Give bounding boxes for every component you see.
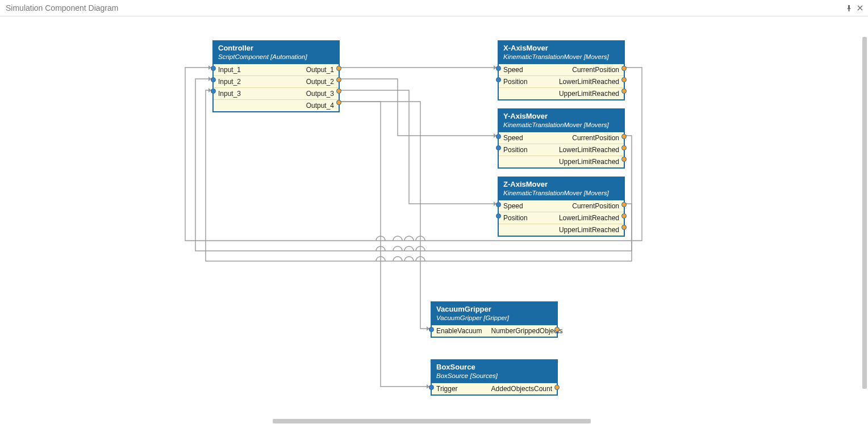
output-port[interactable] bbox=[621, 157, 627, 162]
output-port[interactable] bbox=[621, 225, 627, 230]
panel-header: Simulation Component Diagram bbox=[0, 0, 868, 16]
node-title: Controller bbox=[218, 44, 334, 53]
output-port[interactable] bbox=[621, 89, 627, 94]
input-label bbox=[214, 100, 223, 111]
node-title: Z-AxisMover bbox=[503, 180, 619, 189]
output-label: AddedObjectsCount bbox=[462, 383, 557, 394]
input-port[interactable] bbox=[496, 134, 501, 139]
node-subtitle: ScriptComponent [Automation] bbox=[218, 53, 334, 61]
node-subtitle: VacuumGripper [Gripper] bbox=[436, 314, 552, 322]
node-subtitle: KinematicTranslationMover [Movers] bbox=[503, 189, 619, 197]
node-z_axis[interactable]: Z-AxisMoverKinematicTranslationMover [Mo… bbox=[498, 177, 625, 237]
node-subtitle: BoxSource [Sources] bbox=[436, 372, 552, 380]
input-label: Trigger bbox=[432, 383, 462, 394]
output-port[interactable] bbox=[554, 327, 560, 332]
input-port[interactable] bbox=[211, 89, 216, 94]
output-label: UpperLimitReached bbox=[508, 88, 624, 99]
node-body: EnableVacuumNumberGrippedObjects bbox=[432, 325, 557, 337]
output-port[interactable] bbox=[621, 213, 627, 219]
output-label: UpperLimitReached bbox=[508, 224, 624, 236]
input-label bbox=[499, 224, 508, 236]
diagram-canvas[interactable]: ControllerScriptComponent [Automation]In… bbox=[0, 16, 868, 424]
output-port[interactable] bbox=[336, 100, 341, 105]
input-label bbox=[499, 156, 508, 167]
input-label: Speed bbox=[499, 64, 528, 75]
input-label: Speed bbox=[499, 200, 528, 212]
input-port[interactable] bbox=[496, 202, 501, 207]
output-label: LowerLimitReached bbox=[532, 144, 624, 156]
pin-icon[interactable] bbox=[844, 3, 853, 12]
input-label: Speed bbox=[499, 132, 528, 144]
node-subtitle: KinematicTranslationMover [Movers] bbox=[503, 121, 619, 129]
node-x_axis[interactable]: X-AxisMoverKinematicTranslationMover [Mo… bbox=[498, 40, 625, 100]
output-label: LowerLimitReached bbox=[532, 76, 624, 87]
output-port[interactable] bbox=[621, 145, 627, 150]
input-port[interactable] bbox=[496, 145, 501, 150]
node-body: TriggerAddedObjectsCount bbox=[432, 383, 557, 394]
input-port[interactable] bbox=[429, 385, 434, 390]
node-title: Y-AxisMover bbox=[503, 112, 619, 121]
input-label: Position bbox=[499, 76, 532, 87]
output-label: Output_2 bbox=[245, 76, 339, 87]
output-label: CurrentPosition bbox=[528, 132, 624, 144]
node-header[interactable]: Z-AxisMoverKinematicTranslationMover [Mo… bbox=[499, 178, 624, 200]
horizontal-scrollbar[interactable] bbox=[0, 418, 868, 424]
horizontal-scrollbar-thumb[interactable] bbox=[273, 419, 591, 423]
input-label: Input_1 bbox=[214, 64, 245, 75]
node-body: Input_1Output_1Input_2Output_2Input_3Out… bbox=[214, 64, 339, 111]
node-title: X-AxisMover bbox=[503, 44, 619, 53]
input-port[interactable] bbox=[211, 77, 216, 82]
input-port[interactable] bbox=[429, 327, 434, 332]
close-icon[interactable] bbox=[856, 3, 865, 12]
input-port[interactable] bbox=[496, 77, 501, 82]
node-body: SpeedCurrentPositionPositionLowerLimitRe… bbox=[499, 200, 624, 236]
vertical-scrollbar[interactable] bbox=[861, 16, 868, 418]
output-port[interactable] bbox=[621, 66, 627, 71]
node-title: BoxSource bbox=[436, 363, 552, 372]
output-port[interactable] bbox=[336, 89, 341, 94]
output-label: Output_4 bbox=[223, 100, 339, 111]
input-label: EnableVacuum bbox=[432, 325, 487, 337]
output-port[interactable] bbox=[621, 202, 627, 207]
node-y_axis[interactable]: Y-AxisMoverKinematicTranslationMover [Mo… bbox=[498, 108, 625, 169]
node-header[interactable]: BoxSourceBoxSource [Sources] bbox=[432, 360, 557, 383]
output-port[interactable] bbox=[621, 134, 627, 139]
node-title: VacuumGripper bbox=[436, 305, 552, 314]
output-port[interactable] bbox=[336, 77, 341, 82]
node-body: SpeedCurrentPositionPositionLowerLimitRe… bbox=[499, 64, 624, 99]
input-label: Input_2 bbox=[214, 76, 245, 87]
input-label: Position bbox=[499, 144, 532, 156]
output-label: LowerLimitReached bbox=[532, 212, 624, 224]
node-body: SpeedCurrentPositionPositionLowerLimitRe… bbox=[499, 132, 624, 167]
input-port[interactable] bbox=[496, 66, 501, 71]
input-label bbox=[499, 88, 508, 99]
node-box[interactable]: BoxSourceBoxSource [Sources]TriggerAdded… bbox=[431, 359, 558, 396]
node-header[interactable]: X-AxisMoverKinematicTranslationMover [Mo… bbox=[499, 41, 624, 64]
node-gripper[interactable]: VacuumGripperVacuumGripper [Gripper]Enab… bbox=[431, 301, 558, 338]
node-header[interactable]: ControllerScriptComponent [Automation] bbox=[214, 41, 339, 64]
input-port[interactable] bbox=[211, 66, 216, 71]
input-port[interactable] bbox=[496, 213, 501, 219]
vertical-scrollbar-thumb[interactable] bbox=[862, 37, 867, 389]
panel-title: Simulation Component Diagram bbox=[6, 3, 842, 12]
input-label: Input_3 bbox=[214, 88, 245, 99]
output-port[interactable] bbox=[621, 77, 627, 82]
output-port[interactable] bbox=[336, 66, 341, 71]
output-label: CurrentPosition bbox=[528, 64, 624, 75]
output-port[interactable] bbox=[554, 385, 560, 390]
node-header[interactable]: VacuumGripperVacuumGripper [Gripper] bbox=[432, 303, 557, 325]
output-label: CurrentPosition bbox=[528, 200, 624, 212]
output-label: Output_1 bbox=[245, 64, 339, 75]
node-header[interactable]: Y-AxisMoverKinematicTranslationMover [Mo… bbox=[499, 110, 624, 132]
input-label: Position bbox=[499, 212, 532, 224]
node-controller[interactable]: ControllerScriptComponent [Automation]In… bbox=[212, 40, 340, 112]
node-subtitle: KinematicTranslationMover [Movers] bbox=[503, 53, 619, 61]
output-label: Output_3 bbox=[245, 88, 339, 99]
output-label: UpperLimitReached bbox=[508, 156, 624, 167]
